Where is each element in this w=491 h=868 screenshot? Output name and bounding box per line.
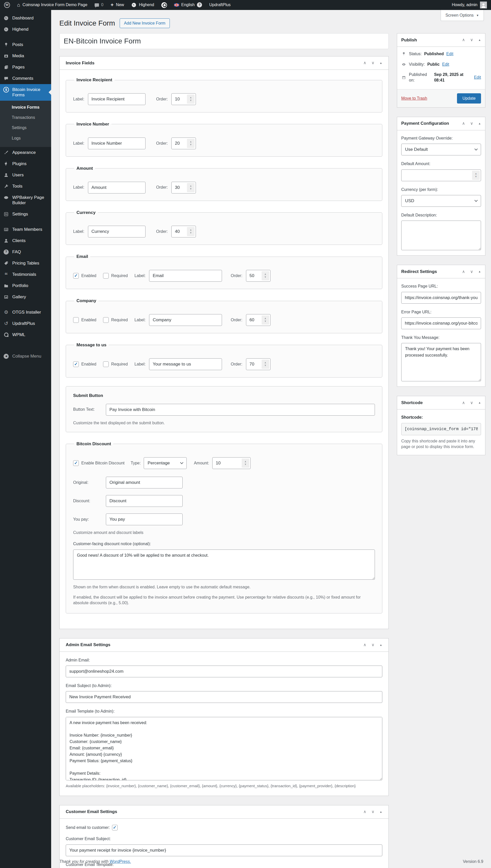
sidebar-item-tools[interactable]: Tools: [0, 181, 51, 192]
sidebar-item-gallery[interactable]: Gallery: [0, 291, 51, 303]
move-down-icon[interactable]: ∨: [470, 400, 473, 406]
sidebar-item-portfolio[interactable]: Portfolio: [0, 280, 51, 291]
toggle-panel-icon[interactable]: ▲: [379, 643, 382, 647]
discount-label-input[interactable]: [106, 495, 182, 507]
comments-menu[interactable]: 0: [95, 2, 104, 8]
sidebar-item-posts[interactable]: Posts: [0, 39, 51, 50]
submenu-item-settings[interactable]: Settings: [0, 123, 51, 133]
toggle-panel-icon[interactable]: ▲: [379, 810, 382, 814]
sidebar-item-wpbakery[interactable]: WPBakery Page Builder: [0, 192, 51, 209]
move-up-icon[interactable]: ∧: [364, 60, 367, 66]
sidebar-item-media[interactable]: Media: [0, 50, 51, 62]
message-order-stepper[interactable]: 70 ∧∨: [246, 358, 270, 370]
company-enabled-checkbox[interactable]: [73, 317, 79, 323]
submenu-item-logs[interactable]: Logs: [0, 133, 51, 144]
move-up-icon[interactable]: ∧: [462, 37, 465, 43]
email-label-input[interactable]: [149, 270, 222, 282]
admin-subject-input[interactable]: [66, 691, 382, 703]
invoice-number-order-stepper[interactable]: 20 ∧∨: [171, 137, 196, 149]
spinner-icon[interactable]: ∧∨: [187, 95, 195, 104]
spinner-icon[interactable]: ∧∨: [242, 459, 249, 468]
wp-logo-menu[interactable]: W: [4, 2, 10, 8]
spinner-icon[interactable]: ∧∨: [187, 183, 195, 192]
recipient-order-stepper[interactable]: 10 ∧∨: [171, 93, 196, 105]
my-account-menu[interactable]: Howdy, admin: [452, 2, 478, 8]
email-required-checkbox[interactable]: [103, 273, 109, 279]
language-switcher-menu[interactable]: English ?: [174, 2, 202, 8]
email-enabled-checkbox[interactable]: [73, 273, 79, 279]
sidebar-item-plugins[interactable]: Plugins: [0, 158, 51, 169]
move-up-icon[interactable]: ∧: [364, 809, 367, 814]
move-to-trash-link[interactable]: Move to Trash: [401, 96, 427, 101]
sidebar-item-team-members[interactable]: Team Members: [0, 224, 51, 235]
submenu-item-transactions[interactable]: Transactions: [0, 113, 51, 123]
avatar[interactable]: [480, 2, 487, 8]
email-order-stepper[interactable]: 50 ∧∨: [246, 270, 270, 282]
edit-date-link[interactable]: Edit: [474, 74, 481, 80]
sidebar-item-bitcoin-invoice-forms[interactable]: $ Bitcoin Invoice Forms: [0, 84, 51, 101]
move-up-icon[interactable]: ∧: [364, 642, 367, 648]
sidebar-item-dashboard[interactable]: Dashboard: [0, 12, 51, 24]
enable-discount-checkbox[interactable]: [73, 460, 79, 466]
site-name-menu[interactable]: ⌂ Coinsnap Invoice Form Demo Page: [17, 2, 87, 8]
move-up-icon[interactable]: ∧: [462, 121, 465, 126]
recipient-label-input[interactable]: [88, 93, 145, 105]
toggle-panel-icon[interactable]: ▲: [379, 61, 382, 65]
edit-status-link[interactable]: Edit: [446, 51, 454, 57]
discount-amount-stepper[interactable]: 10 ∧∨: [212, 457, 251, 469]
move-down-icon[interactable]: ∨: [470, 37, 473, 43]
sidebar-item-appearance[interactable]: Appearance: [0, 147, 51, 158]
highend-menu[interactable]: Highend: [131, 2, 154, 8]
message-label-input[interactable]: [149, 358, 222, 370]
move-down-icon[interactable]: ∨: [371, 809, 374, 814]
customer-subject-input[interactable]: [66, 844, 382, 856]
move-up-icon[interactable]: ∧: [462, 400, 465, 406]
add-new-invoice-form-button[interactable]: Add New Invoice Form: [120, 19, 170, 28]
shortcode-input[interactable]: [401, 423, 481, 435]
spinner-icon[interactable]: ∧∨: [187, 227, 195, 236]
toggle-panel-icon[interactable]: ▲: [478, 270, 481, 274]
submit-button-text-input[interactable]: [106, 404, 375, 415]
icanlocalize-menu[interactable]: [162, 2, 167, 8]
toggle-panel-icon[interactable]: ▲: [478, 38, 481, 42]
default-amount-stepper[interactable]: ∧∨: [401, 169, 481, 181]
error-url-input[interactable]: [401, 317, 481, 329]
currency-label-input[interactable]: [88, 226, 145, 238]
screen-options-button[interactable]: Screen Options ▼: [441, 10, 484, 21]
discount-notice-textarea[interactable]: Good news! A discount of 10% will be app…: [73, 550, 375, 580]
updraftplus-menu[interactable]: UpdraftPlus: [209, 2, 231, 8]
invoice-number-label-input[interactable]: [88, 137, 145, 149]
sidebar-item-highend[interactable]: Highend: [0, 24, 51, 35]
message-enabled-checkbox[interactable]: [73, 362, 79, 367]
wordpress-link[interactable]: WordPress.: [110, 859, 131, 864]
update-button[interactable]: Update: [457, 93, 481, 103]
sidebar-item-testimonials[interactable]: “ Testimonials: [0, 269, 51, 280]
new-content-menu[interactable]: + New: [111, 2, 124, 8]
sidebar-item-faq[interactable]: ? FAQ: [0, 246, 51, 258]
spinner-icon[interactable]: ∧∨: [262, 360, 269, 369]
move-down-icon[interactable]: ∨: [371, 642, 374, 648]
sidebar-item-wpml[interactable]: WPML: [0, 329, 51, 340]
sidebar-item-comments[interactable]: Comments: [0, 73, 51, 84]
move-down-icon[interactable]: ∨: [371, 60, 374, 66]
sidebar-item-updraftplus[interactable]: ↺ UpdraftPlus: [0, 318, 51, 329]
edit-visibility-link[interactable]: Edit: [442, 62, 449, 67]
toggle-panel-icon[interactable]: ▲: [478, 122, 481, 125]
gateway-select[interactable]: Use Default: [401, 144, 481, 155]
sidebar-item-pricing-tables[interactable]: Pricing Tables: [0, 258, 51, 269]
message-required-checkbox[interactable]: [103, 362, 109, 367]
spinner-icon[interactable]: ∧∨: [262, 315, 269, 324]
currency-select[interactable]: USD: [401, 195, 481, 207]
success-url-input[interactable]: [401, 292, 481, 304]
submenu-item-invoice-forms[interactable]: Invoice Forms: [0, 102, 51, 113]
sidebar-item-pages[interactable]: Pages: [0, 62, 51, 73]
spinner-icon[interactable]: ∧∨: [187, 139, 195, 148]
sidebar-item-settings[interactable]: Settings: [0, 209, 51, 220]
form-title-input[interactable]: [59, 33, 389, 49]
move-down-icon[interactable]: ∨: [470, 269, 473, 275]
admin-email-input[interactable]: [66, 665, 382, 677]
collapse-menu-button[interactable]: ◀ Collapse Menu: [0, 351, 51, 362]
original-label-input[interactable]: [106, 477, 182, 489]
thank-you-textarea[interactable]: Thank you! Your payment has been process…: [401, 343, 481, 381]
move-up-icon[interactable]: ∧: [462, 269, 465, 275]
